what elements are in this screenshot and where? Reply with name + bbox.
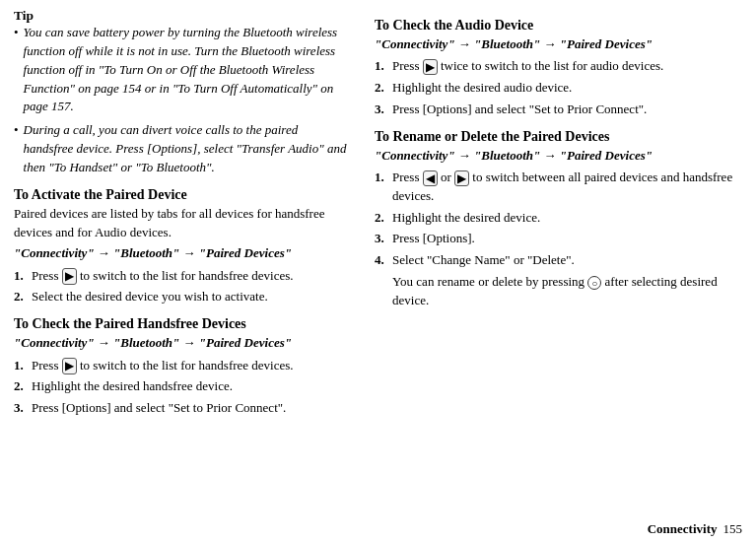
check-handsfree-heading: To Check the Paired Handsfree Devices [14,316,351,332]
left-key-icon: ◀ [423,170,438,186]
right-column: To Check the Audio Device "Connectivity"… [365,0,756,543]
page-container: Tip • You can save battery power by turn… [0,0,756,543]
right-key-icon-4: ▶ [454,170,469,186]
check-audio-heading: To Check the Audio Device [375,18,742,34]
bullet-dot-1: • [14,24,19,42]
footer-label: Connectivity [648,521,718,537]
circle-ok-icon: ○ [587,276,601,290]
rename-nav: "Connectivity" → "Bluetooth" → "Paired D… [375,147,742,165]
check-handsfree-nav: "Connectivity" → "Bluetooth" → "Paired D… [14,334,351,352]
check-audio-section: To Check the Audio Device "Connectivity"… [375,18,742,119]
footer: Connectivity 155 [648,521,742,537]
rename-step-1: 1. Press ◀ or ▶ to switch between all pa… [375,169,742,206]
rename-step-3: 3. Press [Options]. [375,230,742,248]
check-handsfree-section: To Check the Paired Handsfree Devices "C… [14,316,351,418]
check-audio-steps: 1. Press ▶ twice to switch to the list f… [375,57,742,119]
tip-bullet-1-text: You can save battery power by turning th… [24,24,351,116]
left-column: Tip • You can save battery power by turn… [0,0,365,543]
activate-nav: "Connectivity" → "Bluetooth" → "Paired D… [14,244,351,262]
rename-steps: 1. Press ◀ or ▶ to switch between all pa… [375,169,742,310]
activate-heading: To Activate the Paired Device [14,187,351,203]
check-handsfree-step-2: 2. Highlight the desired handsfree devic… [14,377,351,396]
footer-page-number: 155 [723,521,743,537]
check-audio-step-3: 3. Press [Options] and select "Set to Pr… [375,101,742,119]
tip-section: Tip • You can save battery power by turn… [14,8,351,177]
activate-step-1: 1. Press ▶ to switch to the list for han… [14,267,351,286]
activate-step-2: 2. Select the desired device you wish to… [14,288,351,306]
activate-steps: 1. Press ▶ to switch to the list for han… [14,267,351,307]
right-key-icon-2: ▶ [62,358,77,373]
rename-heading: To Rename or Delete the Paired Devices [375,129,742,145]
check-handsfree-step-3: 3. Press [Options] and select "Set to Pr… [14,399,351,418]
check-audio-step-1: 1. Press ▶ twice to switch to the list f… [375,57,742,76]
rename-step-4: 4. Select "Change Name" or "Delete". You… [375,251,742,310]
rename-section: To Rename or Delete the Paired Devices "… [375,129,742,310]
right-key-icon-3: ▶ [423,59,438,75]
activate-intro: Paired devices are listed by tabs for al… [14,205,351,242]
activate-section: To Activate the Paired Device Paired dev… [14,187,351,307]
tip-bullet-2-text: During a call, you can divert voice call… [24,121,351,177]
tip-bullet-2: • During a call, you can divert voice ca… [14,121,351,177]
check-audio-nav: "Connectivity" → "Bluetooth" → "Paired D… [375,35,742,53]
tip-bullet-1: • You can save battery power by turning … [14,24,351,116]
check-handsfree-step-1: 1. Press ▶ to switch to the list for han… [14,357,351,375]
right-key-icon: ▶ [62,268,77,284]
check-handsfree-steps: 1. Press ▶ to switch to the list for han… [14,357,351,419]
check-audio-step-2: 2. Highlight the desired audio device. [375,79,742,98]
bullet-dot-2: • [14,121,19,140]
rename-step-2: 2. Highlight the desired device. [375,209,742,228]
tip-title: Tip [14,8,351,24]
